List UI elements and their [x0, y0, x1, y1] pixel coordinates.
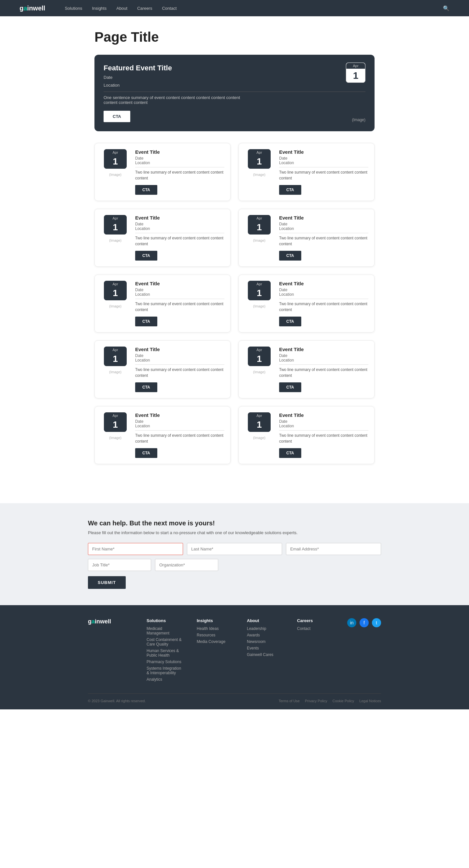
submit-button[interactable]: SUBMIT: [88, 576, 126, 589]
event-card-left: Apr 1 (Image): [101, 412, 130, 440]
footer-link-resources[interactable]: Resources: [197, 633, 234, 638]
event-day-8: 1: [104, 419, 127, 432]
event-cta-button-7[interactable]: CTA: [279, 382, 301, 392]
event-date-9: Date: [279, 419, 368, 424]
event-cta-button-3[interactable]: CTA: [279, 251, 301, 260]
nav-logo: gainwell: [20, 5, 45, 12]
first-name-input[interactable]: [88, 543, 183, 555]
event-summary-4: Two line summary of event content conten…: [135, 301, 224, 313]
contact-heading: We can help. But the next move is yours!: [88, 520, 381, 527]
event-date-1: Date: [279, 156, 368, 161]
event-summary-5: Two line summary of event content conten…: [279, 301, 368, 313]
twitter-icon[interactable]: t: [372, 618, 381, 627]
footer-link-human[interactable]: Human Services & Public Health: [147, 649, 184, 658]
footer-link-events[interactable]: Events: [247, 646, 284, 650]
event-month-5: Apr: [248, 281, 271, 287]
event-day-4: 1: [104, 287, 127, 300]
event-cta-button-2[interactable]: CTA: [135, 251, 157, 260]
contact-form: SUBMIT: [88, 543, 381, 589]
nav-about[interactable]: About: [116, 6, 127, 11]
footer-link-analytics[interactable]: Analytics: [147, 677, 184, 682]
footer-link-newsroom[interactable]: Newsroom: [247, 639, 284, 644]
last-name-input[interactable]: [187, 543, 282, 555]
event-day-7: 1: [248, 353, 271, 366]
event-image-label-7: (Image): [253, 370, 265, 374]
event-summary-0: Two line summary of event content conten…: [135, 169, 224, 181]
contact-section: We can help. But the next move is yours!…: [0, 503, 469, 605]
navigation: gainwell Solutions Insights About Career…: [0, 0, 469, 16]
event-card-right-5: Event Title Date Location Two line summa…: [279, 281, 368, 327]
event-image-label-9: (Image): [253, 436, 265, 440]
event-location-8: Location: [135, 424, 224, 428]
event-summary-2: Two line summary of event content conten…: [135, 235, 224, 247]
featured-event-day: 1: [346, 69, 366, 83]
event-month-4: Apr: [104, 281, 127, 287]
event-cta-button-0[interactable]: CTA: [135, 185, 157, 195]
footer-link-systems[interactable]: Systems Integration & Interoperability: [147, 666, 184, 675]
event-card: Apr 1 (Image) Event Title Date Location …: [94, 406, 230, 464]
nav-insights[interactable]: Insights: [92, 6, 106, 11]
footer-link-pharmacy[interactable]: Pharmacy Solutions: [147, 659, 184, 664]
event-month-2: Apr: [104, 215, 127, 221]
event-image-label-4: (Image): [109, 304, 122, 308]
footer-link-contact[interactable]: Contact: [297, 626, 334, 631]
event-cta-button-1[interactable]: CTA: [279, 185, 301, 195]
footer-careers-title: Careers: [297, 618, 334, 623]
search-icon[interactable]: 🔍: [443, 5, 449, 11]
event-card-right-3: Event Title Date Location Two line summa…: [279, 215, 368, 260]
logo-accent: a: [24, 5, 27, 12]
footer-cookie[interactable]: Cookie Policy: [333, 699, 354, 703]
linkedin-icon[interactable]: in: [347, 618, 356, 627]
organization-input[interactable]: [155, 559, 218, 571]
featured-event-cta-button[interactable]: CTA: [103, 111, 130, 122]
event-day-9: 1: [248, 419, 271, 432]
nav-careers[interactable]: Careers: [137, 6, 152, 11]
footer-privacy[interactable]: Privacy Policy: [305, 699, 327, 703]
event-date-5: Date: [279, 288, 368, 292]
event-location-1: Location: [279, 161, 368, 165]
featured-event-calendar: Apr 1: [346, 63, 366, 83]
footer-link-gainwell-cares[interactable]: Gainwell Cares: [247, 652, 284, 657]
featured-event: Apr 1 Featured Event Title Date Location…: [94, 55, 375, 131]
nav-solutions[interactable]: Solutions: [65, 6, 82, 11]
footer-logo: gainwell: [88, 618, 127, 684]
event-cta-button-9[interactable]: CTA: [279, 448, 301, 458]
event-cta-button-8[interactable]: CTA: [135, 448, 157, 458]
facebook-icon[interactable]: f: [359, 618, 369, 627]
footer-terms[interactable]: Terms of Use: [278, 699, 300, 703]
footer-link-awards[interactable]: Awards: [247, 633, 284, 638]
event-cta-button-6[interactable]: CTA: [135, 382, 157, 392]
footer-link-media[interactable]: Media Coverage: [197, 639, 234, 644]
event-month-1: Apr: [248, 149, 271, 156]
footer-link-medicaid[interactable]: Medicaid Management: [147, 626, 184, 636]
event-card-left: Apr 1 (Image): [245, 215, 274, 242]
event-image-label-0: (Image): [109, 173, 122, 177]
event-day-3: 1: [248, 221, 271, 235]
event-image-label-6: (Image): [109, 370, 122, 374]
event-day-0: 1: [104, 156, 127, 169]
event-day-5: 1: [248, 287, 271, 300]
footer-legal[interactable]: Legal Notices: [359, 699, 381, 703]
event-day-1: 1: [248, 156, 271, 169]
event-card-right-1: Event Title Date Location Two line summa…: [279, 149, 368, 195]
event-location-7: Location: [279, 358, 368, 363]
footer-social: in f t: [347, 618, 381, 684]
event-divider-6: [135, 365, 224, 365]
nav-contact[interactable]: Contact: [162, 6, 177, 11]
footer-link-cost[interactable]: Cost Containment & Care Quality: [147, 638, 184, 647]
event-image-label-3: (Image): [253, 239, 265, 242]
event-summary-6: Two line summary of event content conten…: [135, 367, 224, 378]
footer-insights-title: Insights: [197, 618, 234, 623]
event-cta-button-4[interactable]: CTA: [135, 317, 157, 327]
event-title-5: Event Title: [279, 281, 368, 286]
event-summary-8: Two line summary of event content conten…: [135, 433, 224, 444]
job-title-input[interactable]: [88, 559, 151, 571]
event-date-4: Date: [135, 288, 224, 292]
email-input[interactable]: [286, 543, 381, 555]
footer-link-health-ideas[interactable]: Health Ideas: [197, 626, 234, 631]
event-cta-button-5[interactable]: CTA: [279, 317, 301, 327]
event-card-right-7: Event Title Date Location Two line summa…: [279, 346, 368, 392]
event-card: Apr 1 (Image) Event Title Date Location …: [239, 340, 375, 398]
event-card: Apr 1 (Image) Event Title Date Location …: [94, 143, 230, 201]
footer-link-leadership[interactable]: Leadership: [247, 626, 284, 631]
